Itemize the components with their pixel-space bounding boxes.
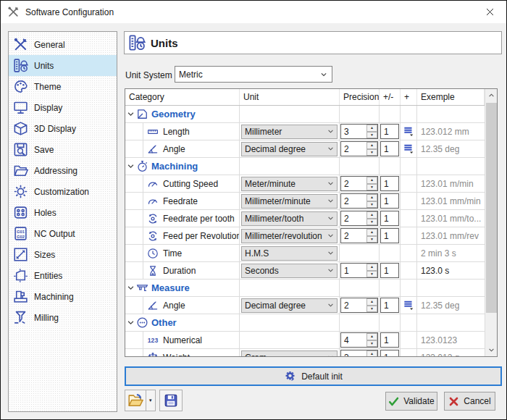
precision-spinbox[interactable]: 1▲▼ [340,263,378,278]
tolerance-field[interactable]: 1 [380,193,399,209]
spin-down-button[interactable]: ▼ [366,149,377,156]
precision-value[interactable]: 2 [341,177,366,190]
unit-select[interactable]: Millimeter/minute [241,194,338,209]
close-button[interactable] [479,4,500,20]
unit-select[interactable]: Seconds [241,264,338,278]
spin-down-button[interactable]: ▼ [366,340,377,348]
sidebar-item-display[interactable]: Display [9,97,117,118]
precision-value[interactable]: 3 [341,125,366,138]
spin-down-button[interactable]: ▼ [366,132,377,139]
collapse-toggle[interactable] [126,283,135,293]
tolerance-field[interactable]: 1 [380,176,399,191]
cancel-button[interactable]: Cancel [444,392,495,411]
unit-select[interactable]: H.M.S [241,246,338,261]
precision-spinbox[interactable]: 2▲▼ [340,141,378,156]
collapse-toggle[interactable] [126,318,135,327]
precision-value[interactable]: 4 [341,333,366,347]
tolerance-field[interactable]: 1 [380,263,399,278]
sidebar-item-addressing[interactable]: Addressing [9,160,117,181]
tolerance-field[interactable]: 1 [380,350,399,356]
precision-value[interactable]: 2 [341,229,366,243]
precision-value[interactable]: 2 [341,142,366,156]
table-row-feedrate-per-tooth[interactable]: Feedrate per toothMillimeter/tooth2▲▼112… [125,210,485,227]
spin-down-button[interactable]: ▼ [366,271,377,278]
default-init-button[interactable]: Default init [125,366,502,386]
precision-spinbox[interactable]: 3▲▼ [340,124,378,139]
table-row-angle[interactable]: AngleDecimal degree2▲▼112.35 deg [125,297,485,314]
open-config-split-button[interactable]: ▼ [125,390,156,411]
spin-down-button[interactable]: ▼ [366,219,377,226]
unit-select[interactable]: Decimal degree [241,298,338,313]
sidebar-item-customization[interactable]: Customization [9,181,117,202]
scroll-down-button[interactable] [485,344,498,356]
unit-select[interactable]: Millimeter/tooth [241,211,338,226]
precision-spinbox[interactable]: 2▲▼ [340,211,378,226]
sidebar-item-entities[interactable]: Entities [9,265,117,286]
spin-up-button[interactable]: ▲ [366,177,377,184]
precision-spinbox[interactable]: 2▲▼ [340,298,378,313]
precision-value[interactable]: 3 [341,350,366,356]
sidebar-item-theme[interactable]: Theme [9,76,117,97]
precision-spinbox[interactable]: 2▲▼ [340,193,378,209]
table-row-time[interactable]: TimeH.M.S2 min 3 s [125,245,485,262]
spin-up-button[interactable]: ▲ [366,264,377,271]
open-dropdown-arrow[interactable]: ▼ [146,390,155,411]
spin-up-button[interactable]: ▲ [366,229,377,236]
sidebar-item-3d-display[interactable]: 3D Display [9,118,117,139]
sidebar-item-save[interactable]: Save [9,139,117,160]
precision-value[interactable]: 2 [341,298,366,312]
precision-spinbox[interactable]: 2▲▼ [340,176,378,191]
sidebar-item-nc-output[interactable]: G01G02NC Output [9,223,117,244]
spin-up-button[interactable]: ▲ [366,194,377,201]
sidebar-item-holes[interactable]: Holes [9,202,117,223]
precision-value[interactable]: 1 [341,264,366,277]
spin-up-button[interactable]: ▲ [366,211,377,219]
unit-select[interactable]: Meter/minute [241,177,338,191]
format-menu-button[interactable] [403,299,415,311]
vertical-scrollbar[interactable] [485,89,497,356]
table-row-length[interactable]: LengthMillimeter3▲▼1123.012 mm [125,123,485,140]
tolerance-field[interactable]: 1 [380,211,399,226]
unit-select[interactable]: Decimal degree [241,142,338,156]
spin-up-button[interactable]: ▲ [366,333,377,340]
unit-select[interactable]: Millimeter [241,125,338,139]
sidebar-item-sizes[interactable]: Sizes [9,244,117,265]
unit-select[interactable]: Gram [241,350,338,357]
unit-select[interactable]: Millimeter/revolution [241,229,338,243]
unit-system-select[interactable]: Metric [175,66,332,83]
spin-up-button[interactable]: ▲ [366,298,377,306]
sidebar-item-units[interactable]: Units [9,55,117,76]
table-row-angle[interactable]: AngleDecimal degree2▲▼112.35 deg [125,140,485,158]
validate-button[interactable]: Validate [385,392,437,411]
table-row-duration[interactable]: DurationSeconds1▲▼1123.0 s [125,262,485,280]
scroll-up-button[interactable] [485,89,498,101]
scrollbar-thumb[interactable] [486,103,497,313]
tolerance-field[interactable]: 1 [380,332,399,348]
precision-spinbox[interactable]: 3▲▼ [340,350,378,356]
sidebar-item-machining[interactable]: Machining [9,286,117,307]
precision-value[interactable]: 2 [341,194,366,208]
spin-down-button[interactable]: ▼ [366,236,377,243]
table-row-cutting-speed[interactable]: Cutting SpeedMeter/minute2▲▼1123.01 m/mi… [125,175,485,193]
precision-value[interactable]: 2 [341,211,366,225]
collapse-toggle[interactable] [126,109,135,119]
precision-spinbox[interactable]: 4▲▼ [340,332,378,348]
save-config-button[interactable] [159,390,183,411]
table-row-numerical[interactable]: 123Numerical4▲▼1123.0123 [125,332,485,349]
table-row-feed-per-revolution[interactable]: Feed per RevolutionMillimeter/revolution… [125,227,485,245]
tolerance-field[interactable]: 1 [380,141,399,156]
format-menu-button[interactable] [403,125,415,138]
spin-down-button[interactable]: ▼ [366,184,377,191]
collapse-toggle[interactable] [126,161,135,171]
tolerance-field[interactable]: 1 [380,298,399,313]
table-row-feedrate[interactable]: FeedrateMillimeter/minute2▲▼1123.01 mm/m… [125,193,485,210]
spin-up-button[interactable]: ▲ [366,125,377,132]
tolerance-field[interactable]: 1 [380,124,399,139]
format-menu-button[interactable] [403,143,415,155]
tolerance-field[interactable]: 1 [380,228,399,243]
spin-down-button[interactable]: ▼ [366,201,377,209]
spin-down-button[interactable]: ▼ [366,306,377,313]
sidebar-item-milling[interactable]: Milling [9,307,117,328]
precision-spinbox[interactable]: 2▲▼ [340,228,378,243]
sidebar-item-general[interactable]: General [9,34,117,55]
